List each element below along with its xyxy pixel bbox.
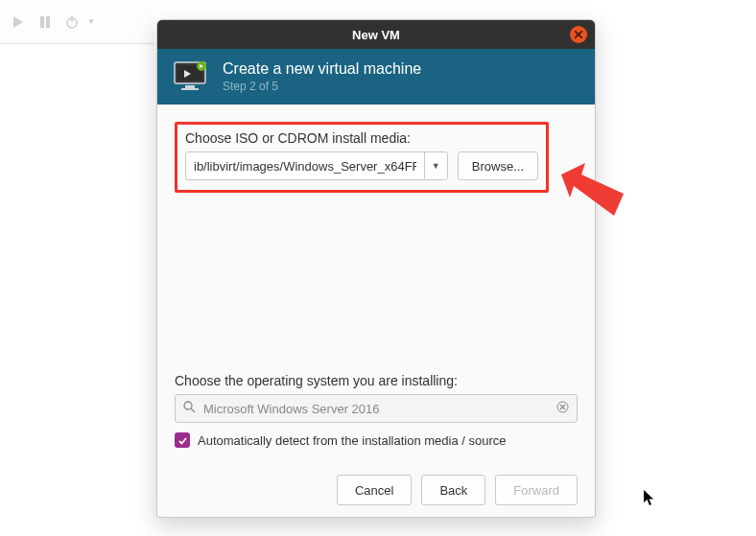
browse-button[interactable]: Browse... (458, 151, 538, 180)
close-button[interactable] (570, 26, 587, 43)
autodetect-row: Automatically detect from the installati… (175, 432, 578, 448)
svg-line-14 (191, 408, 195, 412)
new-vm-dialog: New VM Create a new virtual machine Step… (156, 19, 596, 518)
chevron-down-icon[interactable]: ▼ (86, 8, 96, 36)
os-search-field[interactable]: Microsoft Windows Server 2016 (175, 394, 578, 423)
banner-text: Create a new virtual machine Step 2 of 5 (223, 60, 421, 93)
os-section: Choose the operating system you are inst… (175, 373, 578, 448)
svg-point-13 (184, 402, 192, 409)
iso-combo: ▼ (185, 151, 448, 180)
back-button[interactable]: Back (421, 475, 485, 505)
iso-dropdown-button[interactable]: ▼ (424, 152, 447, 179)
svg-rect-10 (185, 85, 195, 88)
banner-heading: Create a new virtual machine (223, 60, 421, 78)
search-icon (183, 401, 196, 416)
chevron-down-icon: ▼ (432, 161, 440, 171)
wizard-content: Choose ISO or CDROM install media: ▼ Bro… (157, 105, 595, 517)
pause-icon[interactable] (33, 8, 58, 36)
cursor-icon (644, 490, 656, 509)
iso-section-label: Choose ISO or CDROM install media: (185, 130, 538, 146)
svg-rect-1 (40, 16, 44, 28)
clear-icon[interactable] (556, 401, 569, 416)
close-icon (575, 31, 582, 38)
os-search-value: Microsoft Windows Server 2016 (203, 402, 549, 416)
titlebar: New VM (157, 20, 595, 49)
forward-button: Forward (495, 475, 578, 505)
iso-row: ▼ Browse... (185, 151, 538, 180)
wizard-banner: Create a new virtual machine Step 2 of 5 (157, 49, 595, 105)
play-icon[interactable] (6, 8, 31, 36)
window-title: New VM (352, 28, 400, 42)
svg-rect-11 (181, 88, 199, 90)
iso-path-input[interactable] (186, 152, 424, 179)
check-icon (177, 435, 188, 446)
spacer (175, 193, 578, 373)
autodetect-label: Automatically detect from the installati… (198, 433, 507, 448)
autodetect-checkbox[interactable] (175, 432, 190, 448)
parent-toolbar: ▼ (0, 0, 154, 44)
power-icon[interactable] (59, 8, 84, 36)
svg-marker-0 (13, 16, 23, 28)
cancel-button[interactable]: Cancel (337, 475, 412, 505)
footer-buttons: Cancel Back Forward (175, 475, 578, 505)
svg-rect-2 (46, 16, 50, 28)
vm-monitor-icon (173, 60, 211, 93)
banner-step: Step 2 of 5 (223, 80, 421, 93)
iso-highlight-annotation: Choose ISO or CDROM install media: ▼ Bro… (175, 122, 549, 193)
os-section-label: Choose the operating system you are inst… (175, 373, 578, 388)
